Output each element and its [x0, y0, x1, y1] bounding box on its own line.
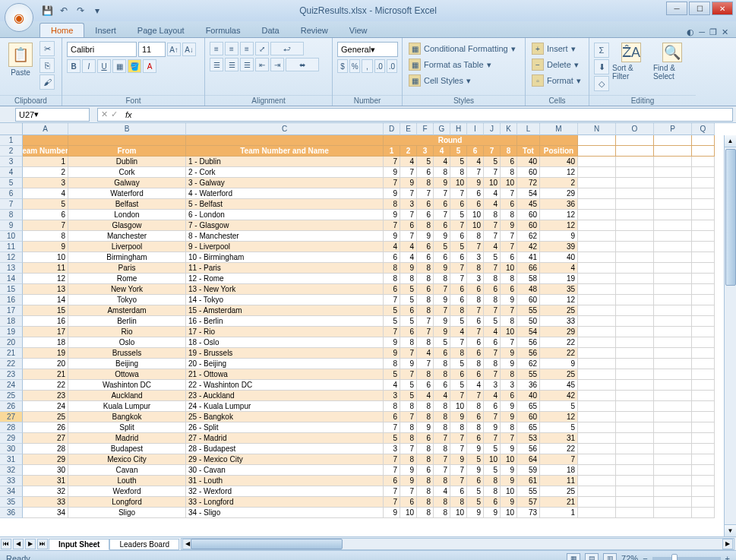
cell[interactable]: 56: [517, 337, 540, 348]
cell[interactable]: [692, 274, 715, 284]
cell[interactable]: 9: [400, 465, 417, 476]
cell[interactable]: 6: [467, 316, 484, 327]
cell[interactable]: 34 - Sligo: [186, 508, 384, 518]
cell[interactable]: 8: [417, 220, 434, 231]
workbook-close-icon[interactable]: ✕: [722, 27, 728, 37]
cell[interactable]: [578, 167, 616, 178]
cell[interactable]: [616, 199, 654, 210]
cell[interactable]: 8: [450, 167, 467, 178]
cell[interactable]: 42: [517, 242, 540, 252]
cell[interactable]: [68, 135, 186, 146]
cell[interactable]: 6: [501, 252, 517, 263]
cell[interactable]: 8: [417, 274, 434, 284]
cell[interactable]: [578, 337, 616, 348]
insert-cells-button[interactable]: +Insert ▾: [530, 41, 584, 56]
cell[interactable]: 7: [384, 327, 400, 337]
cell[interactable]: 3: [501, 380, 517, 391]
formula-input[interactable]: ✕ ✓ fx: [97, 108, 733, 122]
cell[interactable]: 54: [517, 188, 540, 199]
cell[interactable]: 66: [517, 263, 540, 274]
fill-icon[interactable]: ⬇: [594, 59, 609, 74]
cell[interactable]: 7: [450, 391, 467, 401]
cell[interactable]: 22: [23, 380, 68, 391]
cell[interactable]: 5: [384, 369, 400, 380]
cell[interactable]: 9: [384, 508, 400, 518]
cell[interactable]: 8: [417, 476, 434, 486]
cell[interactable]: [654, 167, 692, 178]
cell[interactable]: [578, 199, 616, 210]
cell[interactable]: 6: [417, 284, 434, 295]
cell[interactable]: 5: [450, 359, 467, 369]
row-header[interactable]: 13: [0, 263, 23, 274]
cell[interactable]: 8: [467, 295, 484, 305]
row-header[interactable]: 16: [0, 295, 23, 305]
cell[interactable]: 23: [23, 391, 68, 401]
cell[interactable]: 9: [501, 444, 517, 454]
col-header-I[interactable]: I: [467, 123, 484, 135]
cell[interactable]: 6: [400, 327, 417, 337]
row-header[interactable]: 28: [0, 422, 23, 433]
cell[interactable]: 22: [540, 348, 578, 359]
row-header[interactable]: 11: [0, 242, 23, 252]
cell[interactable]: 53: [517, 433, 540, 444]
cell[interactable]: 6: [501, 199, 517, 210]
cell[interactable]: [692, 486, 715, 497]
cell[interactable]: [654, 412, 692, 422]
cell[interactable]: 6: [467, 433, 484, 444]
align-left-icon[interactable]: ☰: [210, 58, 223, 71]
cell[interactable]: 4: [434, 486, 450, 497]
cell[interactable]: 6: [467, 188, 484, 199]
col-header-P[interactable]: P: [654, 123, 692, 135]
cell[interactable]: 6: [417, 167, 434, 178]
row-header[interactable]: 4: [0, 167, 23, 178]
cell[interactable]: [654, 210, 692, 220]
cell[interactable]: [616, 486, 654, 497]
col-header-B[interactable]: B: [68, 123, 186, 135]
cell[interactable]: [616, 327, 654, 337]
row-header[interactable]: 10: [0, 231, 23, 242]
hscroll-thumb[interactable]: [191, 539, 343, 549]
cell[interactable]: [578, 497, 616, 508]
cell[interactable]: 17 - Rio: [186, 327, 384, 337]
cell[interactable]: 31: [540, 433, 578, 444]
cell[interactable]: [578, 157, 616, 167]
cell[interactable]: 9: [400, 263, 417, 274]
cell[interactable]: 8: [484, 274, 501, 284]
cell[interactable]: 7: [450, 433, 467, 444]
cell[interactable]: 3: [23, 178, 68, 188]
cell[interactable]: 33: [23, 497, 68, 508]
row-header[interactable]: 14: [0, 274, 23, 284]
cell[interactable]: Ottowa: [68, 369, 186, 380]
underline-button[interactable]: U: [97, 59, 111, 73]
cell[interactable]: 7: [384, 486, 400, 497]
cell[interactable]: 27: [23, 433, 68, 444]
col-header-M[interactable]: M: [540, 123, 578, 135]
cell[interactable]: [654, 359, 692, 369]
cell[interactable]: 16 - Berlin: [186, 316, 384, 327]
qat-more-icon[interactable]: ▾: [91, 5, 103, 17]
cell[interactable]: 18: [23, 337, 68, 348]
cell[interactable]: 8: [417, 337, 434, 348]
cell[interactable]: 1: [540, 508, 578, 518]
cell[interactable]: 6: [417, 199, 434, 210]
cell[interactable]: 7: [484, 146, 501, 157]
cell[interactable]: 25: [540, 305, 578, 316]
cell[interactable]: 60: [517, 220, 540, 231]
name-box[interactable]: U27 ▾: [15, 108, 90, 122]
cell[interactable]: 8: [417, 444, 434, 454]
cell[interactable]: 2 - Cork: [186, 167, 384, 178]
maximize-button[interactable]: ☐: [689, 2, 710, 15]
cell[interactable]: 9: [434, 231, 450, 242]
cell[interactable]: Mexico City: [68, 454, 186, 465]
tab-formulas[interactable]: Formulas: [195, 24, 251, 37]
cell[interactable]: 1: [23, 157, 68, 167]
row-header[interactable]: 15: [0, 284, 23, 295]
cell[interactable]: 8: [434, 167, 450, 178]
cell[interactable]: 6: [450, 295, 467, 305]
cell[interactable]: 7: [384, 497, 400, 508]
cell[interactable]: 10: [23, 252, 68, 263]
cell[interactable]: 5: [400, 391, 417, 401]
cell[interactable]: 4: [434, 146, 450, 157]
cell[interactable]: 8: [501, 167, 517, 178]
cell[interactable]: 62: [517, 231, 540, 242]
